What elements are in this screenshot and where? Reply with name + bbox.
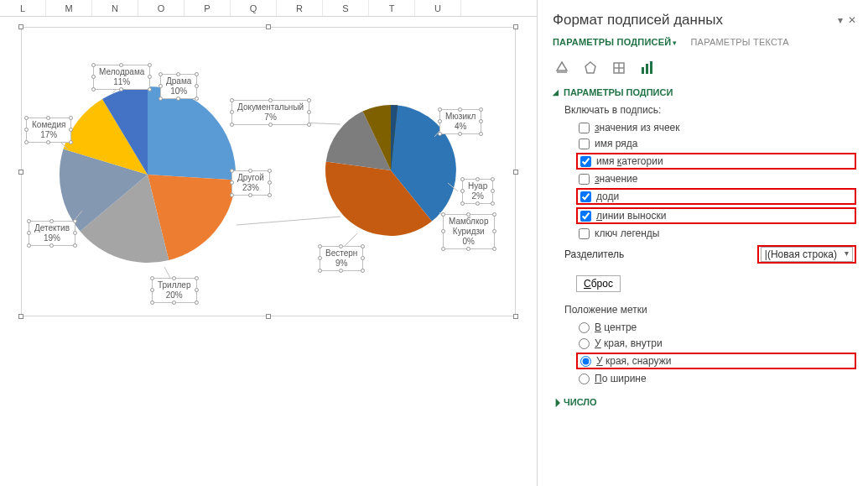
radio-inside-end[interactable]: У края, внутри: [576, 337, 856, 350]
section-number[interactable]: ◢ЧИСЛО: [553, 397, 856, 407]
label-documentary[interactable]: Документальный7%: [231, 100, 309, 125]
include-in-label: Включать в подпись:: [564, 104, 856, 116]
check-cell-values[interactable]: значения из ячеек: [576, 121, 856, 134]
label-comedy[interactable]: Комедия17%: [26, 118, 71, 143]
pane-title: Формат подписей данных: [553, 12, 723, 29]
col-M[interactable]: M: [46, 0, 92, 16]
col-Q[interactable]: Q: [231, 0, 277, 16]
tab-text-options[interactable]: ПАРАМЕТРЫ ТЕКСТА: [691, 37, 789, 50]
size-icon[interactable]: [611, 60, 626, 76]
label-detective[interactable]: Детектив19%: [29, 221, 75, 246]
label-drama[interactable]: Драма10%: [160, 74, 197, 99]
label-western[interactable]: Вестерн9%: [320, 246, 363, 271]
col-R[interactable]: R: [277, 0, 323, 16]
effects-icon[interactable]: [583, 60, 598, 76]
fill-icon[interactable]: [554, 60, 569, 76]
section-label-options[interactable]: ◢ПАРАМЕТРЫ ПОДПИСИ: [553, 87, 856, 97]
label-thriller[interactable]: Триллер20%: [152, 278, 197, 303]
col-L[interactable]: L: [0, 0, 46, 16]
label-musical[interactable]: Мюзикл4%: [439, 109, 481, 134]
svg-rect-17: [642, 67, 644, 74]
check-series-name[interactable]: имя ряда: [576, 137, 856, 150]
col-P[interactable]: P: [185, 0, 231, 16]
col-S[interactable]: S: [323, 0, 369, 16]
separator-select[interactable]: |(Новая строка): [761, 247, 853, 262]
check-value[interactable]: значение: [576, 172, 856, 186]
reset-button[interactable]: Сброс: [576, 275, 621, 292]
position-label: Положение метки: [564, 304, 856, 316]
radio-outside-end[interactable]: У края, снаружи: [576, 353, 856, 369]
label-other[interactable]: Другой23%: [231, 170, 270, 196]
radio-center[interactable]: В центре: [576, 321, 856, 334]
label-noir[interactable]: Нуар2%: [462, 179, 493, 204]
chart-options-icon[interactable]: [640, 60, 655, 76]
check-leader-lines[interactable]: линии выноски: [576, 207, 856, 224]
check-category-name[interactable]: имя категории: [576, 153, 856, 170]
svg-line-1: [236, 217, 340, 225]
separator-label: Разделитель: [564, 248, 624, 260]
svg-rect-18: [646, 64, 648, 74]
format-data-labels-pane: Формат подписей данных ▾ ✕ ПАРАМЕТРЫ ПОД…: [537, 0, 868, 486]
pane-close-icon[interactable]: ✕: [848, 14, 856, 26]
col-N[interactable]: N: [92, 0, 138, 16]
svg-marker-13: [585, 62, 595, 73]
col-O[interactable]: O: [138, 0, 185, 16]
pie-of-pie-chart[interactable]: Мелодрама11% Драма10% Комедия17% Детекти…: [21, 27, 516, 316]
check-legend-key[interactable]: ключ легенды: [576, 227, 856, 240]
label-mumblecore[interactable]: Мамблкор Куридзи 0%: [443, 214, 495, 249]
tab-label-options[interactable]: ПАРАМЕТРЫ ПОДПИСЕЙ▾: [553, 37, 678, 50]
col-U[interactable]: U: [415, 0, 461, 16]
pane-dropdown-icon[interactable]: ▾: [838, 14, 843, 26]
check-percent[interactable]: доди: [576, 188, 856, 205]
svg-rect-19: [650, 61, 652, 74]
col-T[interactable]: T: [369, 0, 415, 16]
radio-best-fit[interactable]: По ширине: [576, 372, 856, 385]
label-melodrama[interactable]: Мелодрама11%: [93, 65, 150, 90]
